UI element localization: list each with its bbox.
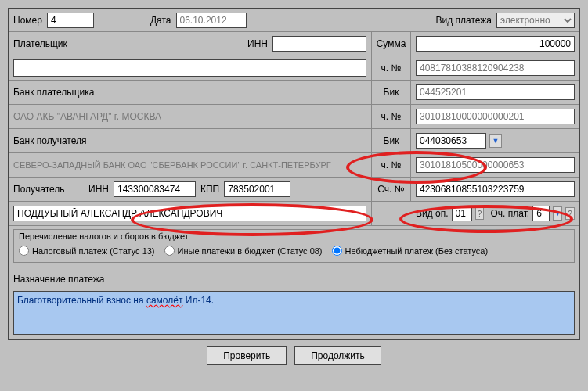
recipient-bank-account-input[interactable] (416, 157, 575, 173)
payer-bank-bik-input[interactable] (416, 84, 575, 100)
recipient-bank-name: СЕВЕРО-ЗАПАДНЫЙ БАНК ОАО "СБЕРБАНК РОССИ… (13, 160, 331, 170)
payer-bank-label: Банк плательщика (13, 87, 94, 98)
recipient-kpp-label: КПП (200, 184, 219, 195)
tax-opt3[interactable]: Небюджетный платеж (Без статуса) (332, 246, 489, 256)
payer-inn-input[interactable] (272, 36, 366, 52)
recipient-inn-input[interactable] (114, 181, 196, 197)
purpose-textarea[interactable]: Благотворительный взнос на самолёт Ил-14… (13, 291, 575, 335)
number-input[interactable] (47, 13, 94, 28)
payer-bank-name: ОАО АКБ "АВАНГАРД" г. МОСКВА (13, 111, 161, 122)
tax-radio-3[interactable] (332, 246, 342, 256)
tax-opt2[interactable]: Иные платежи в бюджет (Статус 08) (164, 246, 323, 256)
tax-radio-2[interactable] (164, 246, 175, 256)
payer-name-input[interactable] (13, 59, 366, 77)
amount-label: Сумма (377, 38, 406, 49)
och-dropdown-icon[interactable]: ▼ (553, 206, 562, 221)
help-icon-2[interactable]: ? (565, 207, 575, 220)
recipient-bank-label: Банк получателя (13, 135, 86, 146)
tax-group-label: Перечисление налогов и сборов в бюджет (14, 230, 574, 242)
payer-account-input[interactable] (416, 60, 575, 76)
payer-bank-account-label: ч. № (381, 111, 402, 122)
continue-button[interactable]: Продолжить (294, 346, 381, 365)
vid-op-input[interactable] (452, 206, 472, 221)
header-row: Номер Дата Вид платежа электронно (9, 9, 579, 32)
tax-opt1[interactable]: Налоговый платеж (Статус 13) (19, 246, 155, 256)
recipient-bank-bik-input[interactable] (416, 133, 486, 149)
tax-group: Перечисление налогов и сборов в бюджет Н… (13, 229, 575, 263)
och-plat-input[interactable] (532, 206, 550, 221)
date-input[interactable] (176, 13, 247, 28)
recipient-name-input[interactable] (13, 206, 366, 221)
recipient-label: Получатель (13, 184, 84, 195)
payment-type-label: Вид платежа (435, 15, 492, 26)
help-icon[interactable]: ? (475, 207, 485, 220)
och-plat-label: Оч. плат. (490, 208, 529, 219)
recipient-account-input[interactable] (416, 181, 575, 197)
payer-account-label: ч. № (381, 63, 402, 74)
payment-type-select[interactable]: электронно (496, 13, 575, 28)
bik-dropdown-icon[interactable]: ▼ (489, 134, 502, 148)
vid-op-label: Вид оп. (416, 208, 449, 219)
recipient-bank-bik-label: Бик (384, 135, 399, 146)
recipient-account-label: Сч. № (377, 184, 404, 195)
recipient-inn-label: ИНН (88, 184, 109, 195)
recipient-kpp-input[interactable] (224, 181, 290, 197)
check-button[interactable]: Проверить (207, 346, 287, 365)
payer-bank-bik-label: Бик (384, 87, 399, 98)
payer-inn-label: ИНН (247, 38, 268, 49)
payer-bank-account-input[interactable] (416, 109, 575, 124)
number-label: Номер (13, 15, 42, 26)
tax-radio-1[interactable] (19, 246, 29, 256)
payer-label: Плательщик (13, 38, 107, 49)
date-label: Дата (150, 15, 171, 26)
recipient-bank-account-label: ч. № (381, 160, 402, 170)
amount-input[interactable] (416, 36, 575, 52)
purpose-label: Назначение платежа (13, 274, 105, 285)
